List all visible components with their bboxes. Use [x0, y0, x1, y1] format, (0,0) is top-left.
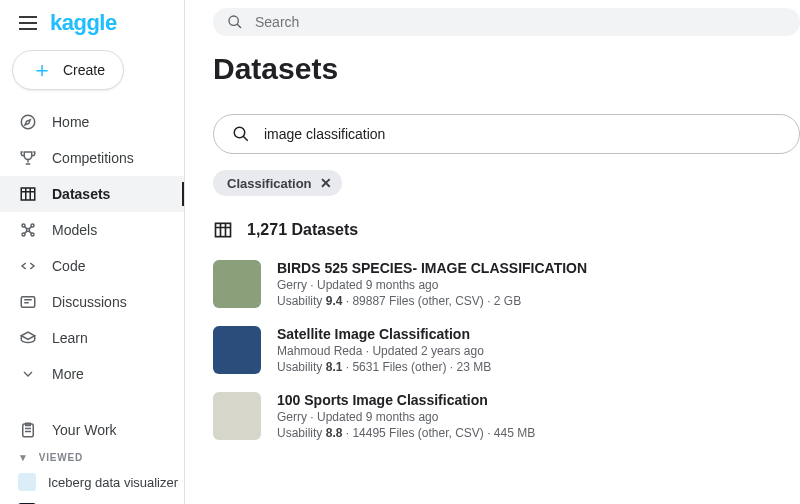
nav-label: More	[52, 366, 84, 382]
result-byline: Gerry · Updated 9 months ago	[277, 410, 535, 424]
nav-item-more[interactable]: More	[0, 356, 184, 392]
svg-point-0	[21, 115, 35, 129]
result-byline: Mahmoud Reda · Updated 2 years ago	[277, 344, 491, 358]
result-stats: Usability 8.8 · 14495 Files (other, CSV)…	[277, 426, 535, 440]
result-title[interactable]: BIRDS 525 SPECIES- IMAGE CLASSIFICATION	[277, 260, 587, 276]
viewed-list: Iceberg data visualizer waste_pictures D…	[0, 467, 184, 504]
code-icon	[18, 256, 38, 276]
close-icon[interactable]: ✕	[320, 175, 332, 191]
nav-label: Competitions	[52, 150, 134, 166]
result-thumb	[213, 260, 261, 308]
nav-item-learn[interactable]: Learn	[0, 320, 184, 356]
caret-down-icon: ▼	[18, 452, 29, 463]
search-icon	[232, 125, 250, 143]
result-thumb	[213, 392, 261, 440]
hamburger-icon	[19, 16, 37, 30]
nav-item-datasets[interactable]: Datasets	[0, 176, 184, 212]
viewed-label: Iceberg data visualizer	[48, 475, 178, 490]
result-title[interactable]: 100 Sports Image Classification	[277, 392, 535, 408]
svg-point-6	[27, 229, 30, 232]
nav-label: Your Work	[52, 422, 117, 438]
trophy-icon	[18, 148, 38, 168]
kaggle-logo[interactable]: kaggle	[50, 10, 117, 36]
nav-item-models[interactable]: Models	[0, 212, 184, 248]
chip-label: Classification	[227, 176, 312, 191]
viewed-thumb	[18, 473, 36, 491]
create-button[interactable]: ＋ Create	[12, 50, 124, 90]
create-button-label: Create	[63, 62, 105, 78]
global-search-bar	[185, 0, 800, 44]
clipboard-icon	[18, 420, 38, 440]
result-byline: Gerry · Updated 9 months ago	[277, 278, 587, 292]
result-list: BIRDS 525 SPECIES- IMAGE CLASSIFICATION …	[213, 260, 800, 440]
nav-item-home[interactable]: Home	[0, 104, 184, 140]
nav-item-competitions[interactable]: Competitions	[0, 140, 184, 176]
svg-rect-11	[216, 223, 231, 236]
nav-label: Learn	[52, 330, 88, 346]
filter-chip-classification[interactable]: Classification ✕	[213, 170, 342, 196]
table-icon	[213, 220, 233, 240]
global-search-input[interactable]	[255, 14, 786, 30]
models-icon	[18, 220, 38, 240]
svg-point-5	[31, 233, 34, 236]
dataset-search-bar[interactable]	[213, 114, 800, 154]
table-icon	[18, 184, 38, 204]
result-item[interactable]: BIRDS 525 SPECIES- IMAGE CLASSIFICATION …	[213, 260, 800, 308]
results-count: 1,271 Datasets	[247, 221, 358, 239]
dataset-search-input[interactable]	[264, 126, 781, 142]
nav-label: Home	[52, 114, 89, 130]
svg-rect-1	[21, 188, 35, 200]
search-icon	[227, 14, 243, 30]
svg-point-10	[234, 127, 245, 138]
primary-nav: Home Competitions Datasets Models Code D…	[0, 104, 184, 392]
filter-chip-row: Classification ✕	[213, 170, 800, 196]
learn-icon	[18, 328, 38, 348]
sidebar: kaggle ＋ Create Home Competitions Datase…	[0, 0, 185, 504]
nav-label: Code	[52, 258, 85, 274]
nav-label: Datasets	[52, 186, 110, 202]
chevron-down-icon	[18, 364, 38, 384]
result-item[interactable]: 100 Sports Image Classification Gerry · …	[213, 392, 800, 440]
results-header: 1,271 Datasets	[213, 220, 800, 240]
svg-point-4	[22, 233, 25, 236]
nav-label: Models	[52, 222, 97, 238]
svg-point-9	[229, 16, 238, 25]
viewed-section-header[interactable]: ▼ VIEWED	[0, 448, 184, 467]
result-item[interactable]: Satellite Image Classification Mahmoud R…	[213, 326, 800, 374]
svg-point-3	[31, 224, 34, 227]
global-search-input-wrap[interactable]	[213, 8, 800, 36]
nav-item-discussions[interactable]: Discussions	[0, 284, 184, 320]
nav-item-code[interactable]: Code	[0, 248, 184, 284]
page-title: Datasets	[213, 52, 800, 86]
viewed-item[interactable]: waste_pictures	[0, 497, 184, 504]
viewed-item[interactable]: Iceberg data visualizer	[0, 467, 184, 497]
nav-label: Discussions	[52, 294, 127, 310]
result-title[interactable]: Satellite Image Classification	[277, 326, 491, 342]
result-stats: Usability 8.1 · 5631 Files (other) · 23 …	[277, 360, 491, 374]
compass-icon	[18, 112, 38, 132]
nav-item-your-work[interactable]: Your Work	[0, 412, 184, 448]
main: Datasets Classification ✕ 1,271 Datasets…	[185, 0, 800, 504]
result-stats: Usability 9.4 · 89887 Files (other, CSV)…	[277, 294, 587, 308]
svg-point-2	[22, 224, 25, 227]
discussions-icon	[18, 292, 38, 312]
result-thumb	[213, 326, 261, 374]
plus-icon: ＋	[31, 59, 53, 81]
hamburger-menu-button[interactable]	[16, 11, 40, 35]
